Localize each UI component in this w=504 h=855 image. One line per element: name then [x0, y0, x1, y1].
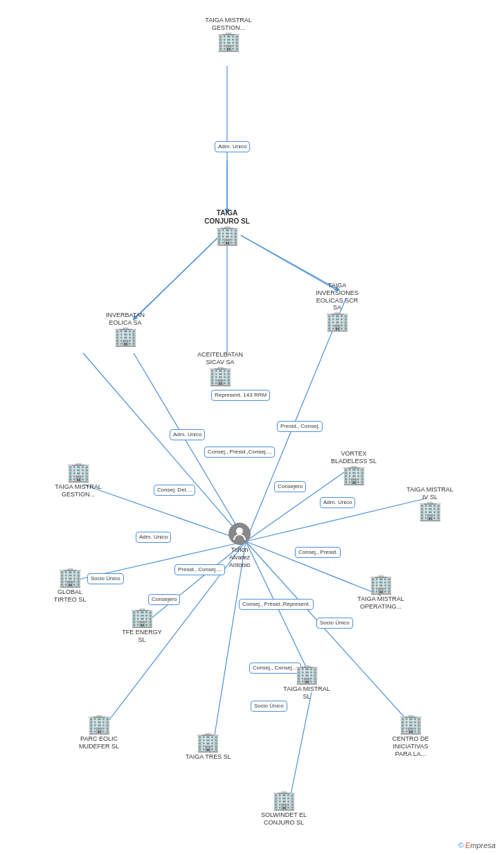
building-icon: 🏢: [295, 665, 319, 684]
building-icon: 🏢: [399, 714, 423, 734]
building-icon: 🏢: [342, 465, 366, 485]
socio-unico-operating-badge[interactable]: Socio Único: [316, 618, 353, 629]
company-vortex[interactable]: VORTEX BLADELESS SL 🏢: [330, 449, 378, 485]
company-parc-eolic[interactable]: 🏢 PARC EOLIC MUDEFER SL: [75, 714, 123, 750]
adm-unico-global-badge[interactable]: Adm. Unico: [136, 532, 171, 543]
person-avatar: [228, 523, 251, 545]
building-icon: 🏢: [325, 312, 350, 331]
company-taiga-mistral-gestion-left[interactable]: 🏢 TAIGA MISTRAL GESTION...: [54, 462, 102, 498]
presid-consej2-badge[interactable]: Presid., Consej....: [174, 564, 225, 575]
building-icon: 🏢: [114, 327, 138, 346]
company-aceitelbatan[interactable]: ACEITELBATAN SICAV SA 🏢: [196, 350, 244, 386]
company-centro-iniciativas[interactable]: 🏢 CENTRO DE INICIATIVAS PARA LA...: [386, 714, 435, 757]
company-global-tirteo[interactable]: 🏢 GLOBAL TIRTEO SL: [46, 568, 94, 604]
socio-unico-mistral-badge[interactable]: Socio Único: [251, 701, 287, 712]
consej-del-badge[interactable]: Consej. Del....: [154, 485, 195, 496]
company-inverbatan[interactable]: INVERBATAN EOLICA SA 🏢: [101, 310, 150, 346]
building-icon: 🏢: [66, 462, 91, 482]
building-icon: 🏢: [369, 575, 393, 594]
building-icon: 🏢: [418, 501, 442, 521]
consej-presid-badge[interactable]: Consej., Presid.,Consej....: [204, 447, 275, 458]
consej-presid-represent-badge[interactable]: Consej., Presid.,Represent.: [239, 599, 314, 610]
socio-unico-global-badge[interactable]: Socio Único: [87, 573, 124, 584]
svg-line-18: [291, 692, 312, 795]
presid-consej-badge[interactable]: Presid., Consej.: [277, 421, 323, 432]
company-solwindet[interactable]: 🏢 SOLWINDET EL CONJURO SL: [260, 791, 308, 827]
svg-point-22: [236, 528, 243, 534]
building-icon: 🏢: [58, 568, 82, 587]
consej-presid3-badge[interactable]: Consej., Presid.: [295, 547, 341, 558]
svg-line-21: [134, 235, 220, 318]
building-icon: 🏢: [87, 714, 111, 734]
building-icon-red: 🏢: [215, 226, 240, 245]
company-taiga-conjuro[interactable]: TAIGA CONJURO SL 🏢: [203, 208, 251, 245]
building-icon: 🏢: [208, 366, 233, 386]
company-taiga-mistral-operating[interactable]: 🏢 TAIGA MISTRAL OPERATING...: [357, 575, 405, 611]
company-taiga-mistral-sl[interactable]: 🏢 TAIGA MISTRAL SL: [282, 665, 331, 701]
company-taiga-mistral-iv[interactable]: TAIGA MISTRAL IV SL 🏢: [406, 485, 454, 521]
consejero-right-badge[interactable]: Consejero: [274, 481, 306, 492]
company-taiga-mistral-gestion-top[interactable]: TAIGA MISTRAL GESTION... 🏢: [204, 15, 253, 51]
adm-unico-vortex-badge[interactable]: Adm. Unico: [320, 497, 355, 508]
building-icon: 🏢: [196, 732, 220, 752]
company-tfe-energy[interactable]: 🏢 TFE ENERGY SL: [118, 608, 166, 644]
consejero-tfe-badge[interactable]: Consejero: [148, 594, 180, 605]
watermark: © Empresa: [458, 841, 496, 849]
adm-unico-badge-top[interactable]: Adm. Unico: [215, 141, 250, 152]
represent-badge[interactable]: Represent. 143 RRM: [211, 390, 270, 401]
building-icon: 🏢: [272, 791, 296, 810]
building-icon: 🏢: [130, 608, 154, 627]
company-taiga-tres[interactable]: 🏢 TAIGA TRES SL: [186, 732, 231, 761]
building-icon: 🏢: [217, 32, 241, 51]
company-taiga-inversiones[interactable]: TAIGA INVERSIONES EOLICAS SCR SA 🏢: [313, 280, 361, 331]
person-name: TuñonAlvarezAntonio: [229, 546, 251, 568]
person-tunon[interactable]: TuñonAlvarezAntonio: [228, 523, 251, 568]
adm-unico-left-badge[interactable]: Adm. Unico: [170, 429, 205, 440]
